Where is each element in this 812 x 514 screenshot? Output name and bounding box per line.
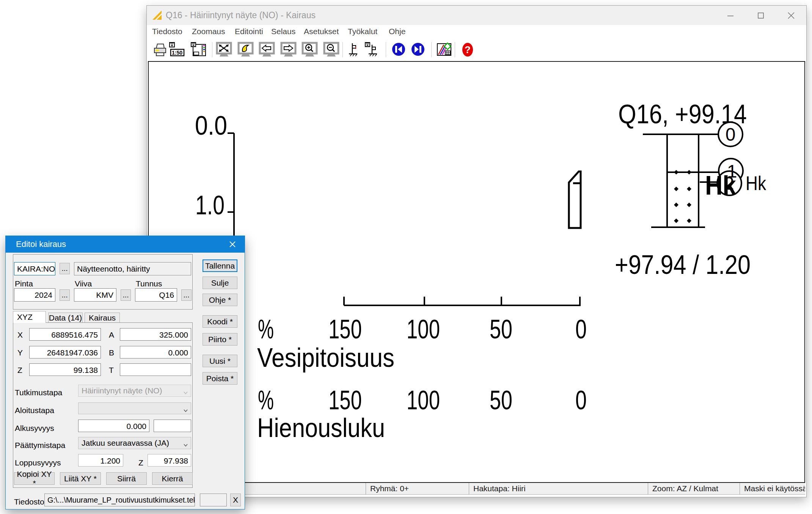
soil-dots xyxy=(674,170,691,223)
edit-borehole-dialog: Editoi kairaus KAIRA:NO ... Näytteenotto… xyxy=(5,236,245,509)
copy-xy-button[interactable]: Kopioi XY * xyxy=(14,472,55,485)
tunnus-field[interactable]: Q16 xyxy=(135,288,177,302)
previous-point-icon[interactable] xyxy=(390,42,407,58)
b-field[interactable]: 0.000 xyxy=(120,346,191,358)
toolbar-separator xyxy=(455,42,455,57)
drawing-canvas[interactable]: 0.0 1.0 Q16, +99.14 xyxy=(148,61,805,483)
pinta-field[interactable]: 2024 xyxy=(14,288,55,302)
browse-type-button[interactable]: ... xyxy=(60,263,70,274)
close-dialog-button[interactable]: Sulje xyxy=(203,277,237,289)
viiva-label: Viiva xyxy=(75,279,92,288)
menu-tiedosto[interactable]: Tiedosto xyxy=(152,25,182,38)
zoom-in-icon[interactable] xyxy=(300,42,317,58)
alkusyvyys-field[interactable]: 0.000 xyxy=(78,420,149,432)
survey-type-code-field[interactable]: KAIRA:NO xyxy=(14,262,55,275)
t-field[interactable] xyxy=(120,363,191,376)
page-setup-icon[interactable] xyxy=(190,42,207,58)
title-bar[interactable]: Q16 - Häiriintynyt näyte (NO) - Kairaus xyxy=(147,6,806,25)
pan-left-icon[interactable] xyxy=(258,42,274,58)
maximize-button[interactable] xyxy=(749,6,772,25)
pan-right-icon[interactable] xyxy=(279,42,296,58)
next-point-icon[interactable] xyxy=(410,42,426,58)
mask-settings-icon[interactable] xyxy=(436,42,452,58)
aloitustapa-select[interactable] xyxy=(78,402,191,414)
viiva-field[interactable]: KMV xyxy=(74,288,116,302)
loppusyvyys-field[interactable]: 1.200 xyxy=(78,454,123,467)
svg-text:100: 100 xyxy=(407,385,440,415)
menu-tyokalut[interactable]: Työkalut xyxy=(348,25,377,38)
zoom-extents-icon[interactable] xyxy=(215,42,231,58)
toolbar-separator xyxy=(431,42,432,57)
z-field[interactable]: 99.138 xyxy=(29,363,101,376)
browse-tunnus-button[interactable]: ... xyxy=(181,289,192,301)
help-icon[interactable]: ? xyxy=(459,42,476,58)
loppusyvyys-label: Loppusyvyys xyxy=(15,458,61,467)
point-symbol-icon[interactable] xyxy=(347,42,360,58)
point-symbol-defined-icon[interactable] xyxy=(364,42,380,58)
dialog-title: Editoi kairaus xyxy=(16,236,66,253)
draw-button[interactable]: Piirto * xyxy=(203,333,237,346)
scale-icon[interactable]: 1:50 xyxy=(169,42,185,58)
minimize-button[interactable] xyxy=(719,6,742,25)
menu-zoomaus[interactable]: Zoomaus xyxy=(192,25,225,38)
close-button[interactable] xyxy=(780,6,803,25)
svg-text:50: 50 xyxy=(490,314,512,344)
loppu-z-label: Z xyxy=(138,458,143,467)
menu-asetukset[interactable]: Asetukset xyxy=(304,25,339,38)
browse-pinta-button[interactable]: ... xyxy=(60,289,70,301)
main-window: Q16 - Häiriintynyt näyte (NO) - Kairaus … xyxy=(146,5,807,497)
status-cell-zoom: Zoom: AZ / Kulmat xyxy=(648,483,740,495)
x-field[interactable]: 6889516.475 xyxy=(29,328,101,341)
redraw-icon[interactable] xyxy=(236,42,253,58)
svg-text:0: 0 xyxy=(575,385,587,415)
status-bar: Ryhmä: 0+ Hakutapa: Hiiri Zoom: AZ / Kul… xyxy=(148,483,805,495)
rotate-button[interactable]: Kierrä xyxy=(152,472,193,485)
soil-label: Hk xyxy=(746,172,766,194)
loppu-z-field[interactable]: 97.938 xyxy=(148,454,191,467)
menu-selaus[interactable]: Selaus xyxy=(271,25,295,38)
app-logo-icon xyxy=(151,9,163,22)
tab-xyz[interactable]: XYZ xyxy=(13,311,46,323)
dialog-title-bar[interactable]: Editoi kairaus xyxy=(6,236,245,253)
move-button[interactable]: Siirrä xyxy=(106,472,147,485)
svg-text:?: ? xyxy=(465,44,471,55)
tab-data[interactable]: Data (14) xyxy=(48,313,83,323)
new-button[interactable]: Uusi * xyxy=(203,355,237,367)
paattymistapa-label: Päättymistapa xyxy=(15,441,65,450)
menu-editointi[interactable]: Editointi xyxy=(235,25,263,38)
water-axis-label: Vesipitoisuus xyxy=(257,343,394,373)
borehole-end-label: +97.94 / 1.20 xyxy=(615,250,751,280)
menu-ohje[interactable]: Ohje xyxy=(389,25,405,38)
tunnus-label: Tunnus xyxy=(136,279,162,288)
soil-label-overlap: Hk xyxy=(705,171,736,200)
a-field[interactable]: 325.000 xyxy=(120,328,191,341)
alkusyvyys-extra-field[interactable] xyxy=(154,420,191,432)
clear-file-button[interactable]: X xyxy=(230,494,241,506)
x-label: X xyxy=(17,330,23,340)
paattymistapa-select[interactable]: Jatkuu seuraavassa (JA) xyxy=(78,437,191,449)
toolbar-separator xyxy=(386,42,386,57)
delete-button[interactable]: Poista * xyxy=(203,372,237,385)
alkusyvyys-label: Alkusyvyys xyxy=(15,424,54,433)
status-cell-group: Ryhmä: 0+ xyxy=(366,483,469,495)
help-button[interactable]: Ohje * xyxy=(203,294,237,306)
tab-kairaus[interactable]: Kairaus xyxy=(85,313,120,323)
print-icon[interactable] xyxy=(152,42,168,58)
svg-text:%: % xyxy=(258,314,274,344)
save-button[interactable]: Tallenna xyxy=(203,259,237,272)
dialog-close-button[interactable] xyxy=(223,236,242,253)
y-field[interactable]: 26481947.036 xyxy=(29,346,101,358)
code-button[interactable]: Koodi * xyxy=(203,315,237,328)
aloitustapa-label: Aloitustapa xyxy=(15,406,54,415)
svg-text:150: 150 xyxy=(328,314,362,344)
fines-axis-label: Hienousluku xyxy=(257,413,385,443)
window-title: Q16 - Häiriintynyt näyte (NO) - Kairaus xyxy=(166,6,316,25)
svg-text:1:50: 1:50 xyxy=(172,50,182,56)
y-label: Y xyxy=(17,348,23,357)
browse-viiva-button[interactable]: ... xyxy=(121,289,131,301)
menu-bar: Tiedosto Zoomaus Editointi Selaus Asetuk… xyxy=(147,25,806,38)
toolbar-separator xyxy=(342,42,343,57)
zoom-out-icon[interactable] xyxy=(322,42,339,58)
screen: Q16 - Häiriintynyt näyte (NO) - Kairaus … xyxy=(0,0,812,514)
paste-xy-button[interactable]: Liitä XY * xyxy=(60,472,101,485)
